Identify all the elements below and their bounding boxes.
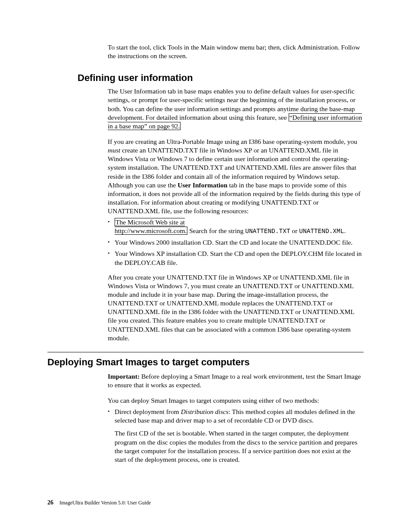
section1-para1: The User Information tab in base maps en…: [108, 87, 364, 131]
page-footer: 26ImageUltra Builder Version 5.0: User G…: [47, 499, 151, 506]
section1-para2-must: must: [108, 146, 120, 154]
heading-defining-user-information: Defining user information: [78, 72, 364, 84]
bullet1-d: .: [344, 227, 346, 234]
list-item-direct-deploy: Direct deployment from Distribution disc…: [108, 408, 364, 464]
mono-unattend-xml: UNATTEND.XML: [299, 228, 344, 235]
deploy-bullet1-italic: Distribution discs: [181, 408, 229, 415]
deploy-bullet1-sub: The first CD of the set is bootable. Whe…: [115, 429, 364, 464]
section1-para3: After you create your UNATTEND.TXT file …: [108, 273, 364, 342]
bullet1-c: or: [290, 227, 299, 234]
bullet1-b: Search for the string: [187, 227, 245, 234]
important-label: Important:: [108, 373, 140, 380]
section2-para2: You can deploy Smart Images to target co…: [108, 396, 364, 405]
section2-para1: Important: Before deploying a Smart Imag…: [108, 372, 364, 389]
section1-para2: If you are creating an Ultra-Portable Im…: [108, 137, 364, 215]
section1-para2-a: If you are creating an Ultra-Portable Im…: [108, 138, 357, 145]
deploy-methods-list: Direct deployment from Distribution disc…: [108, 408, 364, 464]
deploy-bullet1-a: Direct deployment from: [115, 408, 181, 415]
list-item-winxp: Your Windows XP installation CD. Start t…: [108, 249, 364, 267]
bullet1-a: The Microsoft Web site at: [115, 218, 185, 226]
page-number: 26: [47, 499, 53, 506]
section2-para1-text: Before deploying a Smart Image to a real…: [108, 373, 361, 389]
footer-title: ImageUltra Builder Version 5.0: User Gui…: [59, 500, 151, 506]
list-item-win2000: Your Windows 2000 installation CD. Start…: [108, 238, 364, 247]
mono-unattend-txt: UNATTEND.TXT: [245, 228, 290, 235]
list-item-microsoft: The Microsoft Web site athttp://www.micr…: [108, 218, 364, 236]
intro-paragraph: To start the tool, click Tools in the Ma…: [108, 43, 364, 60]
section1-para2-bold: User Information: [177, 181, 227, 189]
heading-deploying-smart-images: Deploying Smart Images to target compute…: [47, 352, 364, 368]
resource-ms-link: http://www.microsoft.com.: [115, 227, 187, 234]
resource-ms-text[interactable]: The Microsoft Web site athttp://www.micr…: [115, 218, 187, 235]
resources-list: The Microsoft Web site athttp://www.micr…: [108, 218, 364, 267]
